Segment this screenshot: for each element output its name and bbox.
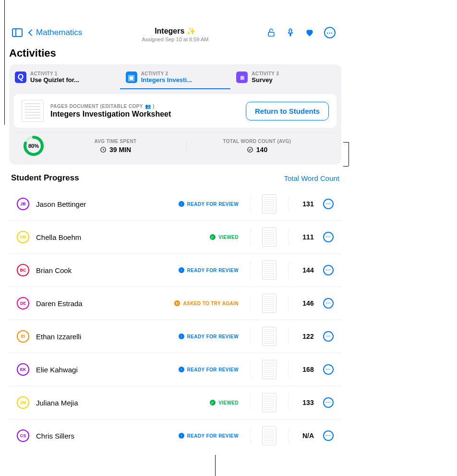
file-icon: ▣: [126, 71, 137, 83]
tab-label: Use Quizlet for...: [30, 76, 79, 83]
section-title: Activities: [7, 43, 343, 64]
divider: [250, 328, 251, 345]
tab-label: Survey: [252, 76, 279, 83]
document-title: Integers Investigation Worksheet: [50, 110, 171, 119]
divider: [288, 394, 289, 411]
student-row[interactable]: JMJuliana Mejia✓VIEWED133⋯: [9, 386, 341, 419]
stat-time-value: 39 MIN: [109, 146, 131, 154]
document-row: PAGES DOCUMENT (EDITABLE COPY 👥 ) Intege…: [14, 94, 337, 128]
stat-value: 140: [186, 146, 328, 154]
student-row[interactable]: BCBrian Cook↑READY FOR REVIEW144⋯: [9, 254, 341, 287]
more-icon[interactable]: ⋯: [323, 232, 334, 242]
status-badge: ↑READY FOR REVIEW: [179, 201, 239, 207]
stat-value: 39 MIN: [45, 146, 186, 154]
survey-icon: ▦: [236, 71, 248, 83]
tab-activity-1[interactable]: Q ACTIVITY 1 Use Quizlet for...: [9, 68, 120, 89]
stat-words-value: 140: [256, 146, 267, 154]
submission-thumbnail[interactable]: [262, 261, 277, 280]
divider: [250, 361, 251, 378]
more-icon[interactable]: ⋯: [323, 430, 334, 441]
back-button[interactable]: Mathematics: [29, 28, 82, 37]
status-badge: ↻ASKED TO TRY AGAIN: [174, 300, 239, 306]
progress-title: Student Progress: [11, 173, 79, 183]
word-count: 122: [300, 333, 316, 340]
status-icon: ↑: [179, 333, 184, 339]
submission-thumbnail[interactable]: [262, 327, 277, 346]
status-text: READY FOR REVIEW: [187, 268, 239, 273]
doc-over-close: ): [153, 104, 155, 109]
annotation-line: [349, 142, 349, 166]
lock-open-icon[interactable]: [266, 28, 276, 37]
progress-percent: 80%: [23, 135, 45, 157]
student-row[interactable]: CSChris Sillers↑READY FOR REVIEWN/A⋯: [9, 419, 341, 452]
word-count: 133: [300, 399, 316, 406]
sparkle-icon: ✨: [187, 27, 196, 35]
submission-thumbnail[interactable]: [262, 294, 277, 313]
status-badge: ↑READY FOR REVIEW: [179, 367, 239, 372]
submission-thumbnail[interactable]: [262, 194, 277, 214]
divider: [288, 229, 289, 245]
divider: [250, 295, 251, 311]
status-icon: ↑: [179, 433, 184, 439]
submission-thumbnail[interactable]: [262, 360, 277, 379]
more-icon[interactable]: ⋯: [323, 265, 334, 275]
divider: [250, 262, 251, 278]
more-icon[interactable]: ⋯: [324, 27, 336, 38]
heart-icon[interactable]: [305, 28, 314, 37]
stat-words: TOTAL WORD COUNT (AVG) 140: [186, 139, 328, 154]
student-row[interactable]: EIEthan Izzarelli↑READY FOR REVIEW122⋯: [9, 320, 341, 353]
word-count: 111: [300, 233, 316, 241]
sort-link[interactable]: Total Word Count: [284, 174, 339, 182]
student-name: Jason Bettinger: [36, 200, 172, 208]
more-icon[interactable]: ⋯: [323, 397, 334, 408]
divider: [250, 394, 251, 411]
avatar: EI: [17, 330, 29, 343]
student-row[interactable]: DEDaren Estrada↻ASKED TO TRY AGAIN146⋯: [9, 287, 341, 320]
word-count: 146: [300, 299, 316, 307]
avatar: JM: [17, 396, 29, 409]
stats-row: 80% AVG TIME SPENT 39 MIN TOTAL WORD COU…: [14, 132, 337, 165]
status-icon: ✓: [210, 400, 216, 405]
activities-card: Q ACTIVITY 1 Use Quizlet for... ▣ ACTIVI…: [9, 64, 341, 165]
word-count: 168: [300, 366, 316, 373]
more-icon[interactable]: ⋯: [323, 298, 334, 309]
return-to-students-button[interactable]: Return to Students: [246, 102, 329, 120]
student-row[interactable]: JBJason Bettinger↑READY FOR REVIEW131⋯: [9, 188, 341, 221]
divider: [288, 428, 289, 444]
status-text: READY FOR REVIEW: [187, 433, 239, 439]
student-name: Daren Estrada: [36, 299, 168, 308]
avatar: BC: [17, 264, 29, 276]
avatar: JB: [17, 198, 29, 210]
student-name: Brian Cook: [36, 266, 172, 274]
status-icon: ↑: [179, 267, 184, 273]
submission-thumbnail[interactable]: [262, 426, 277, 445]
word-count: N/A: [300, 432, 316, 440]
svg-rect-0: [268, 32, 274, 36]
submission-thumbnail[interactable]: [262, 393, 277, 412]
chevron-left-icon: [28, 29, 35, 36]
tab-activity-3[interactable]: ▦ ACTIVITY 3 Survey: [230, 68, 341, 89]
page-title: Integers ✨: [142, 27, 209, 36]
stat-label: TOTAL WORD COUNT (AVG): [186, 139, 328, 144]
document-thumbnail[interactable]: [22, 100, 44, 122]
tab-activity-2[interactable]: ▣ ACTIVITY 2 Integers Investi...: [120, 68, 231, 89]
back-label: Mathematics: [36, 28, 82, 37]
more-icon[interactable]: ⋯: [323, 199, 334, 209]
more-icon[interactable]: ⋯: [323, 364, 334, 375]
word-count: 144: [300, 266, 316, 274]
divider: [288, 328, 289, 345]
student-row[interactable]: CBChella Boehm✓VIEWED111⋯: [9, 221, 341, 254]
submission-thumbnail[interactable]: [262, 227, 277, 247]
pin-icon[interactable]: [286, 28, 295, 37]
avatar: DE: [17, 297, 29, 309]
sidebar-toggle-icon[interactable]: [12, 28, 23, 37]
divider: [288, 196, 289, 212]
status-badge: ↑READY FOR REVIEW: [179, 267, 239, 273]
status-text: READY FOR REVIEW: [187, 334, 239, 339]
student-name: Elie Kahwagi: [36, 366, 172, 374]
activity-tabs: Q ACTIVITY 1 Use Quizlet for... ▣ ACTIVI…: [9, 64, 341, 89]
status-badge: ✓VIEWED: [210, 400, 239, 405]
header-actions: ⋯: [266, 27, 338, 38]
student-row[interactable]: EKElie Kahwagi↑READY FOR REVIEW168⋯: [9, 353, 341, 386]
more-icon[interactable]: ⋯: [323, 331, 334, 342]
